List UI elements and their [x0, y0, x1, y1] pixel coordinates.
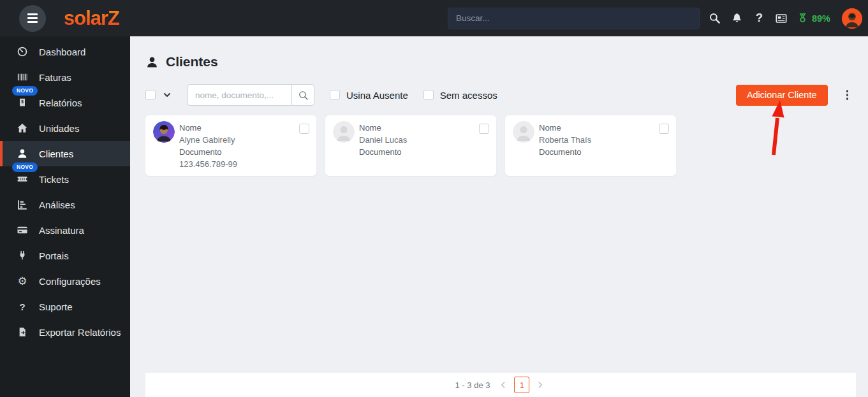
home-icon: [17, 122, 28, 134]
client-name: Roberta Thaís: [539, 134, 668, 146]
sidebar-item-label: Relatórios: [39, 97, 82, 108]
client-search-group: [188, 84, 314, 106]
sidebar-item-label: Portais: [39, 250, 69, 261]
help-icon[interactable]: ?: [748, 7, 770, 29]
sidebar-item-label: Suporte: [39, 301, 73, 312]
news-icon[interactable]: [770, 7, 793, 29]
chevron-down-icon[interactable]: [162, 90, 172, 100]
sidebar-item-exportar-relatorios[interactable]: Exportar Relatórios: [0, 319, 130, 345]
name-label: Nome: [539, 122, 668, 134]
client-name: Alyne Gabirelly: [179, 134, 309, 146]
sidebar-item-unidades[interactable]: Unidades: [0, 115, 130, 141]
sidebar-item-label: Exportar Relatórios: [39, 327, 121, 338]
name-label: Nome: [359, 122, 489, 134]
ticket-icon: [17, 173, 28, 185]
client-name: Daniel Lucas: [359, 134, 489, 146]
health-score[interactable]: 89%: [797, 12, 830, 24]
usina-ausente-label: Usina Ausente: [346, 90, 408, 101]
question-mark-icon: ?: [17, 301, 28, 312]
svg-text:$: $: [21, 99, 24, 105]
client-select-checkbox[interactable]: [659, 124, 669, 134]
document-label: Documento: [179, 146, 309, 158]
novo-badge: NOVO: [12, 162, 38, 172]
client-avatar-placeholder: [513, 121, 534, 143]
document-label: Documento: [539, 146, 668, 158]
hamburger-menu-button[interactable]: [19, 5, 46, 32]
client-card[interactable]: Nome Alyne Gabirelly Documento 123.456.7…: [145, 115, 316, 176]
client-avatar-placeholder: [333, 121, 355, 143]
sidebar-item-label: Faturas: [39, 72, 71, 83]
sidebar-item-portais[interactable]: Portais: [0, 243, 130, 268]
pagination-range: 1 - 3 de 3: [455, 380, 490, 390]
health-percent: 89%: [812, 13, 830, 24]
client-info: Nome Daniel Lucas Documento: [359, 122, 489, 158]
pagination-next-icon[interactable]: [534, 379, 546, 391]
user-icon: [17, 148, 28, 159]
select-all-checkbox[interactable]: [145, 90, 156, 100]
sidebar-item-label: Dashboard: [39, 47, 85, 57]
more-options-kebab-icon[interactable]: [844, 87, 851, 103]
pagination-prev-icon[interactable]: [497, 379, 509, 391]
sidebar-item-label: Assinatura: [39, 225, 84, 236]
page-title: Clientes: [166, 54, 218, 69]
sem-acessos-filter: Sem acessos: [423, 90, 497, 101]
gear-icon: ⚙: [17, 275, 28, 287]
document-label: Documento: [359, 146, 489, 158]
novo-badge: NOVO: [12, 86, 38, 96]
client-card[interactable]: Nome Daniel Lucas Documento: [325, 115, 496, 176]
barcode-icon: [17, 71, 28, 83]
client-search-input[interactable]: [188, 84, 291, 106]
sidebar-item-configuracoes[interactable]: ⚙ Configurações: [0, 268, 130, 294]
name-label: Nome: [179, 122, 309, 134]
client-card-list: Nome Alyne Gabirelly Documento 123.456.7…: [145, 115, 868, 176]
pagination-bar: 1 - 3 de 3 1: [145, 373, 856, 397]
sidebar-item-suporte[interactable]: ? Suporte: [0, 294, 130, 319]
receipt-icon: $: [17, 97, 28, 108]
client-card[interactable]: Nome Roberta Thaís Documento: [505, 115, 676, 176]
sidebar-item-label: Análises: [39, 199, 75, 210]
client-info: Nome Roberta Thaís Documento: [539, 122, 668, 158]
sem-acessos-checkbox[interactable]: [423, 90, 434, 100]
topbar: solarZ ? 89%: [0, 0, 868, 36]
client-document: 123.456.789-99: [179, 158, 309, 170]
sidebar-item-label: Unidades: [39, 123, 79, 134]
client-search-button[interactable]: [291, 84, 314, 106]
sidebar-item-label: Tickets: [39, 174, 69, 185]
clients-icon: [145, 55, 159, 69]
plug-icon: [17, 250, 28, 261]
sidebar-item-label: Configurações: [39, 276, 101, 287]
dashboard-gauge-icon: [17, 46, 28, 57]
pagination-page-1[interactable]: 1: [514, 377, 529, 393]
usina-ausente-filter: Usina Ausente: [330, 90, 408, 101]
medal-icon: [797, 12, 809, 24]
chart-icon: [17, 199, 28, 210]
client-info: Nome Alyne Gabirelly Documento 123.456.7…: [179, 122, 309, 170]
sidebar-item-analises[interactable]: Análises: [0, 192, 130, 217]
sidebar-item-tickets[interactable]: NOVO Tickets: [0, 166, 130, 192]
topbar-icons: ? 89%: [703, 7, 868, 29]
usina-ausente-checkbox[interactable]: [330, 90, 340, 100]
main-content: Clientes Usina Ausente Sem acessos Adic: [130, 36, 868, 397]
sem-acessos-label: Sem acessos: [440, 90, 497, 101]
add-client-button[interactable]: Adicionar Cliente: [736, 85, 828, 106]
global-search-input[interactable]: [448, 8, 700, 29]
client-select-checkbox[interactable]: [479, 124, 489, 134]
client-select-checkbox[interactable]: [299, 124, 309, 134]
sidebar: Dashboard Faturas NOVO $ Relatórios Unid…: [0, 36, 130, 397]
page-head: Clientes: [145, 54, 868, 69]
search-icon[interactable]: [703, 7, 726, 29]
sidebar-item-label: Clientes: [39, 148, 73, 159]
credit-card-icon: [17, 224, 28, 236]
export-file-icon: [17, 326, 28, 338]
notifications-bell-icon[interactable]: [726, 7, 748, 29]
user-avatar[interactable]: [842, 8, 862, 29]
sidebar-item-dashboard[interactable]: Dashboard: [0, 39, 130, 64]
client-avatar: [153, 121, 175, 143]
sidebar-item-assinatura[interactable]: Assinatura: [0, 217, 130, 243]
filter-toolbar: Usina Ausente Sem acessos Adicionar Clie…: [145, 84, 868, 106]
sidebar-item-relatorios[interactable]: NOVO $ Relatórios: [0, 90, 130, 115]
solarz-logo[interactable]: solarZ: [64, 7, 119, 30]
